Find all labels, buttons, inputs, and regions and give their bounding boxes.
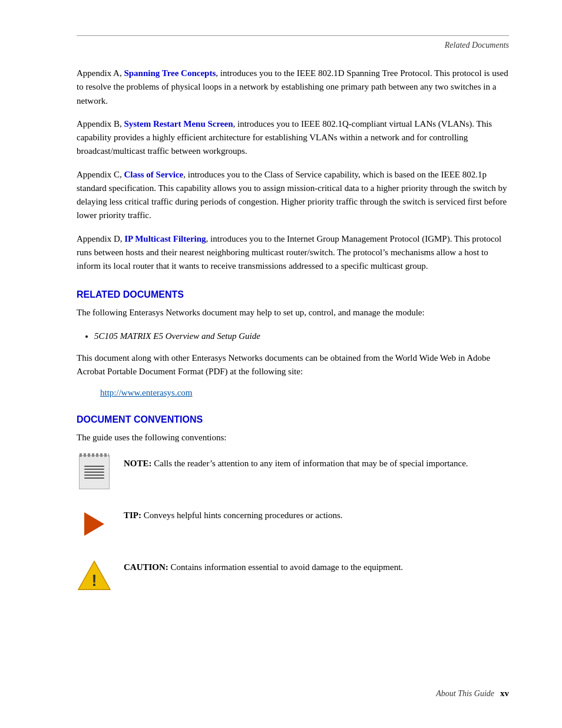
appendix-c-link[interactable]: Class of Service: [124, 170, 183, 179]
convention-tip-row: TIP: Conveys helpful hints concerning pr…: [77, 506, 509, 542]
appendix-c-prefix: Appendix C,: [77, 170, 124, 179]
related-documents-bullet: 5C105 MATRIX E5 Overview and Setup Guide: [94, 330, 509, 343]
header-title: Related Documents: [77, 41, 509, 50]
document-conventions-intro: The guide uses the following conventions…: [77, 431, 509, 444]
caution-body: Contains information essential to avoid …: [168, 562, 403, 572]
related-documents-list: 5C105 MATRIX E5 Overview and Setup Guide: [94, 330, 509, 343]
caution-label: CAUTION:: [124, 562, 168, 572]
appendix-a-prefix: Appendix A,: [77, 68, 124, 78]
appendix-b-prefix: Appendix B,: [77, 119, 124, 129]
tip-body: Conveys helpful hints concerning procedu…: [141, 510, 343, 520]
caution-icon: !: [77, 558, 112, 594]
note-line-1: [84, 466, 104, 467]
related-documents-body: This document along with other Enterasys…: [77, 351, 509, 379]
convention-caution-row: ! CAUTION: Contains information essentia…: [77, 558, 509, 594]
note-line-4: [84, 475, 104, 476]
note-label: NOTE:: [124, 459, 152, 468]
appendix-b-link[interactable]: System Restart Menu Screen: [124, 119, 233, 129]
note-line-3: [84, 472, 104, 473]
appendix-d-link[interactable]: IP Multicast Filtering: [124, 234, 206, 243]
appendix-d-prefix: Appendix D,: [77, 234, 124, 243]
appendix-b-paragraph: Appendix B, System Restart Menu Screen, …: [77, 117, 509, 159]
appendix-a-link[interactable]: Spanning Tree Concepts: [124, 68, 216, 78]
convention-note-row: NOTE: Calls the reader’s attention to an…: [77, 454, 509, 490]
tip-label: TIP:: [124, 510, 141, 520]
note-line-2: [84, 469, 104, 470]
footer-page-number: xv: [500, 689, 509, 699]
document-conventions-heading: DOCUMENT CONVENTIONS: [77, 414, 509, 425]
appendix-c-paragraph: Appendix C, Class of Service, introduces…: [77, 168, 509, 223]
appendix-a-paragraph: Appendix A, Spanning Tree Concepts, intr…: [77, 67, 509, 108]
tip-arrow-icon: [80, 509, 109, 539]
note-line-5: [84, 477, 104, 479]
related-documents-intro: The following Enterasys Networks documen…: [77, 306, 509, 319]
note-icon: [77, 454, 112, 490]
note-convention-text: NOTE: Calls the reader’s attention to an…: [124, 454, 509, 470]
caution-convention-text: CAUTION: Contains information essential …: [124, 558, 509, 574]
related-documents-heading: RELATED DOCUMENTS: [77, 289, 509, 300]
svg-text:!: !: [91, 572, 97, 589]
footer: About This Guide xv: [436, 689, 509, 699]
footer-text: About This Guide: [436, 689, 494, 699]
related-documents-url[interactable]: http://www.enterasys.com: [100, 388, 509, 398]
tip-icon: [77, 506, 112, 542]
svg-marker-0: [84, 512, 104, 536]
caution-triangle-icon: !: [77, 559, 111, 593]
appendix-d-paragraph: Appendix D, IP Multicast Filtering, intr…: [77, 232, 509, 274]
page: Related Documents Appendix A, Spanning T…: [0, 0, 562, 728]
note-body: Calls the reader’s attention to any item…: [152, 459, 468, 468]
tip-convention-text: TIP: Conveys helpful hints concerning pr…: [124, 506, 509, 522]
header-rule: [77, 35, 509, 36]
note-icon-visual: [79, 455, 110, 489]
